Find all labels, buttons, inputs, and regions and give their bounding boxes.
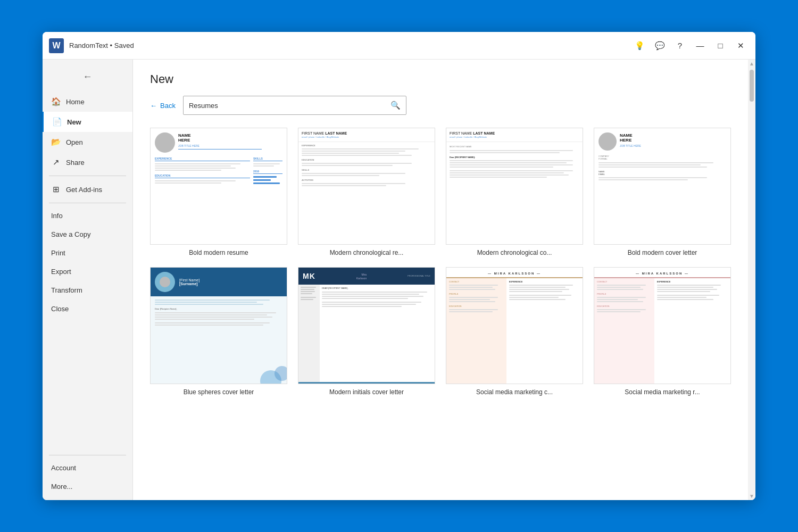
sidebar-item-print[interactable]: Print [43,244,132,262]
sidebar-item-transform-label: Transform [51,286,82,294]
content-area: New ← Back 🔍 [133,60,748,500]
sidebar: ← 🏠 Home 📄 New 📂 Open ↗ Share ⊞ Get Add-… [43,60,133,500]
sidebar-item-transform[interactable]: Transform [43,281,132,300]
template-card-modern-chronological-cover[interactable]: FIRST NAME LAST NAME email • phone • Lin… [446,128,583,256]
app-window: W RandomText • Saved 💡 💬 ? — □ ✕ ← 🏠 Hom… [43,32,755,500]
template-label-7: Social media marketing c... [446,388,583,396]
sidebar-item-more[interactable]: More... [43,477,132,496]
main-layout: ← 🏠 Home 📄 New 📂 Open ↗ Share ⊞ Get Add-… [43,60,755,500]
sidebar-item-home[interactable]: 🏠 Home [43,92,132,112]
search-box: 🔍 [183,96,406,115]
search-row: ← Back 🔍 [150,96,731,115]
sidebar-item-addins-label: Get Add-ins [66,186,102,194]
sidebar-divider-3 [49,455,126,455]
scroll-up-arrow[interactable]: ▲ [749,61,754,66]
home-icon: 🏠 [51,97,61,106]
sidebar-item-export[interactable]: Export [43,262,132,281]
scrollbar[interactable]: ▲ ▼ [748,60,755,500]
sidebar-item-save-copy[interactable]: Save a Copy [43,225,132,244]
template-thumb-5: [First Name] [Surname] Dear [Recipient N… [150,267,287,384]
addins-icon: ⊞ [51,185,61,194]
template-label-4: Bold modern cover letter [594,249,731,256]
sidebar-item-more-label: More... [51,483,72,491]
template-card-social-media-resume[interactable]: — MIRA KARLSSON — CONTACT PROFILE [594,267,731,396]
template-label-2: Modern chronological re... [298,249,435,256]
template-label-3: Modern chronological co... [446,249,583,256]
template-thumb-1: NAMEHERE JOB TITLE HERE EXPERIENCE [150,128,287,245]
back-link-label: Back [160,102,176,110]
template-thumb-7: — MIRA KARLSSON — CONTACT PROFILE [446,267,583,384]
open-icon: 📂 [51,137,61,147]
share-icon: ↗ [51,157,61,167]
search-input[interactable] [189,102,390,110]
sidebar-item-close[interactable]: Close [43,300,132,318]
sidebar-item-addins[interactable]: ⊞ Get Add-ins [43,179,132,200]
title-bar: W RandomText • Saved 💡 💬 ? — □ ✕ [43,32,755,60]
lightbulb-button[interactable]: 💡 [631,37,648,54]
app-icon: W [49,38,64,53]
new-doc-icon: 📄 [52,117,62,127]
sidebar-item-save-copy-label: Save a Copy [51,230,90,238]
template-label-1: Bold modern resume [150,249,287,256]
template-grid: NAMEHERE JOB TITLE HERE EXPERIENCE [150,128,731,396]
sidebar-item-open-label: Open [66,138,83,146]
template-thumb-6: MK Mira Karlsson PROFESSIONAL TITLE [298,267,435,384]
close-button[interactable]: ✕ [732,37,749,54]
template-label-6: Modern initials cover letter [298,388,435,396]
template-card-social-media-cover[interactable]: — MIRA KARLSSON — CONTACT PROFILE [446,267,583,396]
sidebar-item-account[interactable]: Account [43,459,132,477]
sidebar-divider-2 [49,203,126,203]
sidebar-item-account-label: Account [51,464,76,472]
sidebar-item-close-label: Close [51,305,69,313]
template-label-5: Blue spheres cover letter [150,388,287,396]
sidebar-back-button[interactable]: ← [77,66,98,87]
sidebar-item-info[interactable]: Info [43,206,132,225]
window-title: RandomText • Saved [69,41,631,49]
sidebar-item-share-label: Share [66,159,85,167]
template-card-modern-chronological-resume[interactable]: FIRST NAME LAST NAME email • phone • Lin… [298,128,435,256]
scroll-thumb[interactable] [750,70,754,102]
sidebar-item-home-label: Home [66,98,85,106]
minimize-button[interactable]: — [692,37,709,54]
page-title: New [150,72,731,86]
sidebar-item-share[interactable]: ↗ Share [43,152,132,172]
template-thumb-2: FIRST NAME LAST NAME email • phone • Lin… [298,128,435,245]
template-thumb-3: FIRST NAME LAST NAME email • phone • Lin… [446,128,583,245]
feedback-button[interactable]: 💬 [651,37,668,54]
sidebar-item-export-label: Export [51,268,71,276]
template-thumb-4: NAMEHERE JOB TITLE HERE COMPANYFORMAL NA… [594,128,731,245]
scroll-down-arrow[interactable]: ▼ [749,493,754,499]
template-card-blue-spheres-cover[interactable]: [First Name] [Surname] Dear [Recipient N… [150,267,287,396]
search-icon: 🔍 [390,101,401,110]
back-link[interactable]: ← Back [150,102,176,110]
template-card-modern-initials-cover[interactable]: MK Mira Karlsson PROFESSIONAL TITLE [298,267,435,396]
sidebar-divider-1 [49,176,126,176]
template-card-bold-modern-cover[interactable]: NAMEHERE JOB TITLE HERE COMPANYFORMAL NA… [594,128,731,256]
sidebar-item-open[interactable]: 📂 Open [43,132,132,152]
sidebar-item-new[interactable]: 📄 New [43,112,132,132]
template-card-bold-modern-resume[interactable]: NAMEHERE JOB TITLE HERE EXPERIENCE [150,128,287,256]
back-arrow-icon: ← [150,102,157,110]
help-button[interactable]: ? [671,37,688,54]
sidebar-item-new-label: New [67,118,81,126]
template-thumb-8: — MIRA KARLSSON — CONTACT PROFILE [594,267,731,384]
sidebar-item-info-label: Info [51,212,63,220]
maximize-button[interactable]: □ [712,37,729,54]
sidebar-item-print-label: Print [51,249,65,257]
template-label-8: Social media marketing r... [594,388,731,396]
window-controls: 💡 💬 ? — □ ✕ [631,37,749,54]
